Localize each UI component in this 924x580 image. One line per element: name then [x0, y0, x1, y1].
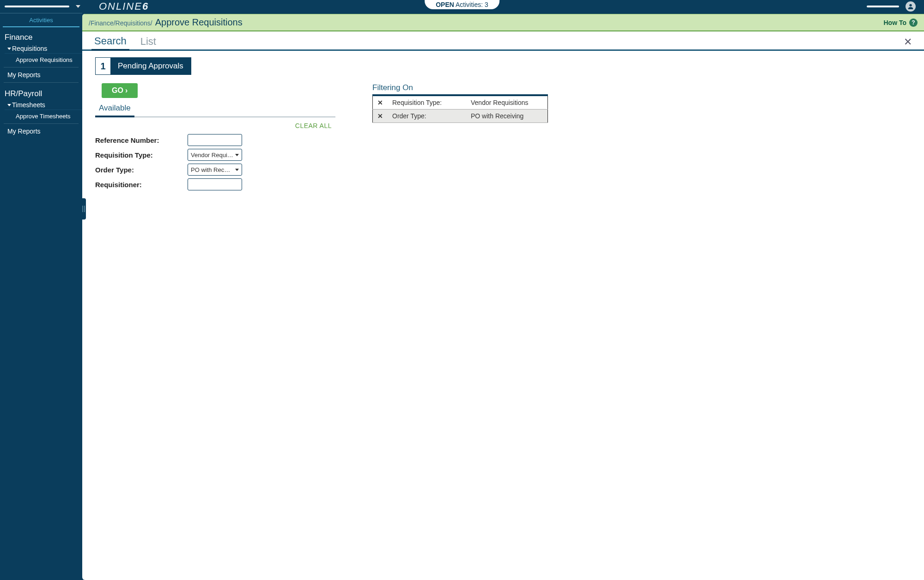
nav-item-my-reports-1[interactable]: My Reports	[0, 68, 82, 81]
sidebar-collapse-handle[interactable]	[81, 198, 86, 220]
nav-section-finance[interactable]: Finance	[0, 27, 82, 44]
clear-all-link[interactable]: CLEAR ALL	[95, 120, 335, 134]
chevron-right-icon: ›	[125, 86, 128, 95]
label-requisition-type: Requisition Type:	[95, 151, 188, 159]
select-requisition-type[interactable]: Vendor Requisiti…	[188, 149, 242, 161]
topbar-dropdown-caret-icon[interactable]	[76, 5, 80, 8]
nav-item-approve-requisitions[interactable]: Approve Requisitions	[5, 54, 82, 66]
brand-suffix: 6	[142, 0, 149, 12]
row-order-type: Order Type: PO with Receivi…	[95, 164, 335, 176]
input-requisitioner[interactable]	[188, 178, 242, 190]
label-order-type: Order Type:	[95, 166, 188, 174]
tabs-row: Search List ✕	[82, 31, 924, 51]
caret-down-icon	[7, 104, 11, 106]
filter-panel: Filtering On ✕ Requisition Type: Vendor …	[372, 83, 548, 123]
topbar-left: ONLINE6	[0, 0, 149, 12]
brand-logo: ONLINE6	[99, 0, 149, 12]
filter-key: Requisition Type:	[388, 95, 466, 110]
label-reference-number: Reference Number:	[95, 136, 188, 144]
nav-divider	[4, 123, 79, 124]
how-to-link[interactable]: How To ?	[883, 18, 918, 27]
topbar-right-bar	[867, 6, 899, 7]
svg-point-0	[909, 4, 912, 6]
row-reference-number: Reference Number:	[95, 134, 335, 146]
nav-group-label: Requisitions	[12, 45, 47, 52]
how-to-label: How To	[883, 19, 906, 26]
nav-group-label: Timesheets	[12, 101, 45, 109]
sidebar-tab-activities[interactable]: Activities	[3, 13, 79, 27]
filter-remove-icon[interactable]: ✕	[373, 95, 388, 110]
breadcrumb-bar: /Finance/Requisitions/ Approve Requisiti…	[82, 14, 924, 31]
step-label: Pending Approvals	[110, 58, 191, 74]
filter-value: Vendor Requisitions	[466, 95, 548, 110]
topbar-progress-bar	[5, 6, 69, 7]
nav-section-hr-payroll[interactable]: HR/Payroll	[0, 84, 82, 100]
step-badge: 1 Pending Approvals	[95, 57, 191, 75]
row-requisitioner: Requisitioner:	[95, 178, 335, 190]
caret-down-icon	[7, 48, 11, 50]
row-requisition-type: Requisition Type: Vendor Requisiti…	[95, 149, 335, 161]
nav-group-requisitions[interactable]: Requisitions	[5, 44, 82, 54]
chevron-down-icon	[235, 169, 239, 171]
go-button[interactable]: GO ›	[102, 83, 138, 98]
step-number: 1	[96, 58, 110, 74]
activities-label: Activities:	[456, 1, 483, 8]
filter-remove-icon[interactable]: ✕	[373, 110, 388, 123]
filter-value: PO with Receiving	[466, 110, 548, 123]
content-area: /Finance/Requisitions/ Approve Requisiti…	[82, 14, 924, 580]
tab-list[interactable]: List	[138, 35, 159, 49]
help-icon: ?	[909, 18, 918, 27]
brand-text: ONLINE	[99, 0, 142, 12]
nav-item-approve-timesheets[interactable]: Approve Timesheets	[5, 110, 82, 122]
chevron-down-icon	[235, 154, 239, 156]
filter-key: Order Type:	[388, 110, 466, 123]
filter-row: ✕ Order Type: PO with Receiving	[373, 110, 548, 123]
select-order-type[interactable]: PO with Receivi…	[188, 164, 242, 176]
close-icon[interactable]: ✕	[901, 36, 915, 48]
select-requisition-type-value: Vendor Requisiti…	[191, 152, 233, 159]
search-panel: GO › Available CLEAR ALL Reference Numbe…	[95, 83, 335, 193]
tab-search[interactable]: Search	[91, 34, 129, 51]
top-bar: ONLINE6 OPEN Activities: 3	[0, 0, 924, 13]
open-activities-pill[interactable]: OPEN Activities: 3	[425, 0, 499, 9]
search-subtabs: Available	[95, 102, 335, 117]
nav-divider	[4, 82, 79, 83]
sidebar-tab-label: Activities	[29, 17, 53, 24]
label-requisitioner: Requisitioner:	[95, 181, 188, 189]
open-label: OPEN	[436, 1, 454, 8]
page-title: Approve Requisitions	[155, 17, 243, 28]
filter-title: Filtering On	[372, 83, 548, 92]
user-avatar-icon[interactable]	[906, 1, 916, 12]
topbar-right	[867, 1, 924, 12]
nav-item-my-reports-2[interactable]: My Reports	[0, 125, 82, 138]
filter-table: ✕ Requisition Type: Vendor Requisitions …	[372, 94, 548, 123]
subtab-available[interactable]: Available	[95, 102, 134, 117]
select-order-type-value: PO with Receivi…	[191, 166, 233, 173]
main-body: 1 Pending Approvals GO › Available CLEAR…	[82, 51, 924, 199]
breadcrumb-path[interactable]: /Finance/Requisitions/	[89, 19, 152, 27]
input-reference-number[interactable]	[188, 134, 242, 146]
nav-divider	[4, 67, 79, 67]
sidebar: Activities Finance Requisitions Approve …	[0, 13, 82, 580]
go-button-label: GO	[112, 86, 123, 95]
activities-count: 3	[485, 1, 488, 8]
nav-group-timesheets[interactable]: Timesheets	[5, 100, 82, 110]
filter-row: ✕ Requisition Type: Vendor Requisitions	[373, 95, 548, 110]
